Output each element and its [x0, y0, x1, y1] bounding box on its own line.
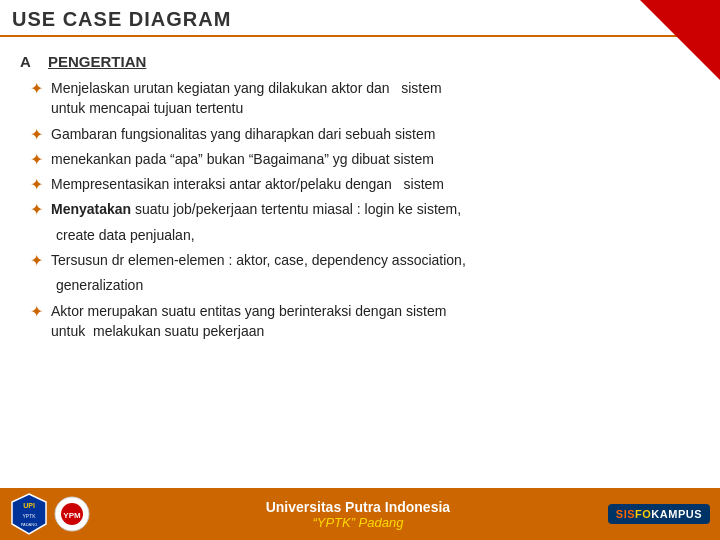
indent-text: create data penjualan, [20, 225, 700, 245]
svg-text:YPTK: YPTK [22, 513, 36, 519]
list-item: ✦ Menyatakan suatu job/pekerjaan tertent… [20, 199, 700, 219]
bullet-icon: ✦ [30, 150, 43, 169]
page-title: USE CASE DIAGRAM [12, 8, 231, 30]
list-item: ✦ Aktor merupakan suatu entitas yang ber… [20, 301, 700, 342]
svg-text:UPI: UPI [23, 502, 35, 509]
list-item: ✦ menekankan pada “apa” bukan “Bagaimana… [20, 149, 700, 169]
bullet-icon: ✦ [30, 200, 43, 219]
bullet-text: Mempresentasikan interaksi antar aktor/p… [51, 174, 444, 194]
list-item: ✦ Tersusun dr elemen-elemen : aktor, cas… [20, 250, 700, 270]
corner-decoration [640, 0, 720, 80]
university-name: Universitas Putra Indonesia [108, 499, 608, 515]
bullet-text: Tersusun dr elemen-elemen : aktor, case,… [51, 250, 466, 270]
badge-sis: SIS [616, 508, 635, 520]
bullet-text: Menjelaskan urutan kegiatan yang dilakuk… [51, 78, 442, 119]
bullet-icon: ✦ [30, 251, 43, 270]
bullet-text: Menyatakan suatu job/pekerjaan tertentu … [51, 199, 461, 219]
section-title: PENGERTIAN [48, 53, 146, 70]
bullet-text: menekankan pada “apa” bukan “Bagaimana” … [51, 149, 434, 169]
university-info: Universitas Putra Indonesia “YPTK” Padan… [108, 499, 608, 530]
indent-text: generalization [20, 275, 700, 295]
page-header: USE CASE DIAGRAM [0, 0, 720, 37]
bullet-icon: ✦ [30, 302, 43, 321]
section-label: A [20, 53, 40, 70]
list-item: ✦ Gambaran fungsionalitas yang diharapka… [20, 124, 700, 144]
badge-fo: FO [635, 508, 651, 520]
bottom-bar: UPI YPTK PADANG YPM Universitas Putra In… [0, 488, 720, 540]
sisfokampus-badge: SISFOKAMPUS [608, 504, 710, 524]
bullet-icon: ✦ [30, 79, 43, 98]
bullet-text: Aktor merupakan suatu entitas yang berin… [51, 301, 446, 342]
university-quote: “YPTK” Padang [108, 515, 608, 530]
svg-text:PADANG: PADANG [21, 522, 38, 527]
list-item: ✦ Mempresentasikan interaksi antar aktor… [20, 174, 700, 194]
university-logo-icon: UPI YPTK PADANG [10, 492, 48, 536]
section-heading: A PENGERTIAN [20, 53, 700, 70]
logo-area-left: UPI YPTK PADANG YPM [10, 492, 96, 536]
svg-text:YPM: YPM [63, 511, 81, 520]
list-item: ✦ Menjelaskan urutan kegiatan yang dilak… [20, 78, 700, 119]
bullet-icon: ✦ [30, 125, 43, 144]
bullet-icon: ✦ [30, 175, 43, 194]
bullet-text: Gambaran fungsionalitas yang diharapkan … [51, 124, 435, 144]
badge-campus: KAMPUS [651, 508, 702, 520]
secondary-logo-icon: YPM [54, 496, 90, 532]
main-content: A PENGERTIAN ✦ Menjelaskan urutan kegiat… [0, 37, 720, 341]
